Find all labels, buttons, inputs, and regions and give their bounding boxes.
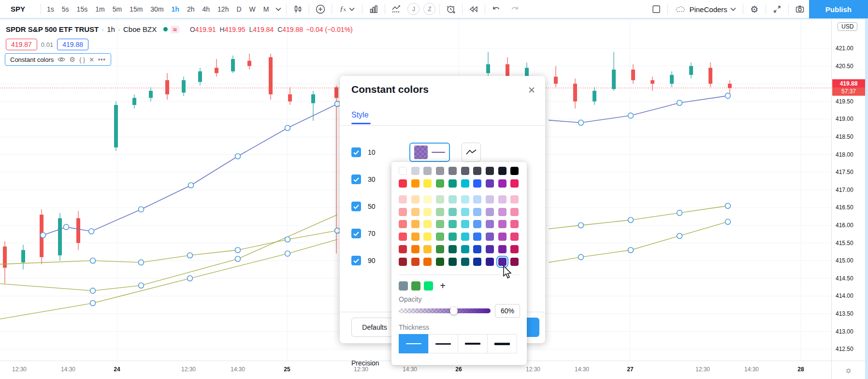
color-swatch-#2962ff[interactable] [473,179,481,188]
color-swatch-#089981[interactable] [448,179,457,188]
color-swatch-#e1bee7[interactable] [498,195,506,204]
color-swatch-#e91e63[interactable] [510,179,519,188]
color-swatch-#80deea[interactable] [461,208,469,216]
color-swatch-#5b9cf6[interactable] [473,220,481,228]
timeframe-5m[interactable]: 5m [109,0,126,18]
color-swatch-#fbc02d[interactable] [423,245,432,253]
add-custom-color-button[interactable]: + [437,280,448,291]
color-swatch-#fff9c4[interactable] [423,195,432,204]
color-swatch-#006064[interactable] [461,258,469,266]
tab-style[interactable]: Style [351,111,369,119]
timeframe-1m[interactable]: 1m [91,0,108,18]
timeframe-2h[interactable]: 2h [183,0,199,18]
color-swatch-#cc2f3c[interactable] [399,245,407,253]
replay-button[interactable] [464,0,483,18]
indicator-legend[interactable]: Constant colors ⚙ { } ✕ ••• [5,53,111,66]
alert-button[interactable] [442,0,460,18]
color-swatch-#fccbcd[interactable] [399,195,407,204]
color-swatch-#fff59d[interactable] [423,208,432,216]
thickness-option-3[interactable] [458,334,488,353]
color-swatch-#ce93d8[interactable] [498,208,506,216]
redo-button[interactable] [506,0,524,18]
color-swatch-#26c6da[interactable] [461,233,469,241]
market-open-icon[interactable] [163,27,168,31]
color-swatch-button[interactable] [409,143,450,162]
color-swatch-#d1c4e9[interactable] [486,195,494,204]
color-swatch-#42bda8[interactable] [448,220,457,228]
indicator-templates-button[interactable] [364,0,383,18]
timeframe-M[interactable]: M [260,0,273,18]
color-swatch-#d84315[interactable] [411,258,420,266]
color-swatch-#00bcd4[interactable] [461,179,469,188]
custom-color-#78909c[interactable] [399,281,408,291]
symbol-title[interactable]: SPDR S&P 500 ETF TRUST [6,25,99,33]
color-swatch-#81c784[interactable] [436,220,444,228]
avatar-z[interactable]: Z [423,3,435,15]
color-swatch-#ef6c00[interactable] [423,258,432,266]
symbol-button[interactable]: SPY [0,0,39,18]
color-swatch-#a5d6a7[interactable] [436,208,444,216]
color-swatch-#ace5dc[interactable] [448,195,457,204]
color-swatch-#ffe0b2[interactable] [411,195,420,204]
color-swatch-#ffcc80[interactable] [411,208,420,216]
color-swatch-#ffb74d[interactable] [411,220,420,228]
line-style-button[interactable] [462,143,481,162]
color-swatch-#22ab94[interactable] [448,233,457,241]
color-swatch-#f23645[interactable] [399,179,407,188]
checkbox-30[interactable] [351,175,361,184]
color-swatch-#434651[interactable] [473,167,481,175]
color-swatch-#9c27b0[interactable] [498,179,506,188]
timeframe-menu-button[interactable] [273,0,284,18]
price-axis[interactable]: USD 421.00420.50420.00419.50419.00418.50… [831,19,865,361]
checkbox-10[interactable] [351,147,361,157]
timeframe-1s[interactable]: 1s [43,0,58,18]
color-swatch-#880e4f[interactable] [510,258,519,266]
thickness-option-4[interactable] [487,334,517,353]
close-icon[interactable]: ✕ [526,83,537,98]
color-swatch-#1848cc[interactable] [473,245,481,253]
timeframe-1h[interactable]: 1h [168,0,183,18]
color-swatch-#b2b5be[interactable] [423,167,432,175]
color-swatch-#b2ebf2[interactable] [461,195,469,204]
checkbox-70[interactable] [351,229,361,238]
timeframe-D[interactable]: D [232,0,245,18]
thickness-option-1[interactable] [399,334,429,353]
sun-icon[interactable]: ☼ [845,365,853,375]
opacity-slider[interactable] [399,308,491,313]
color-swatch-#5d606b[interactable] [461,167,469,175]
color-swatch-#ffa726[interactable] [411,233,420,241]
timeframe-W[interactable]: W [246,0,260,18]
color-swatch-#388e3c[interactable] [436,245,444,253]
color-swatch-#ffee58[interactable] [423,233,432,241]
color-swatch-#787b86[interactable] [448,167,457,175]
axis-settings-corner[interactable]: ☼ [831,361,865,379]
exchange-label[interactable]: Cboe BZX [123,25,157,33]
publish-button[interactable]: Publish [809,0,868,18]
color-swatch-#f06292[interactable] [510,220,519,228]
color-swatch-#f7525f[interactable] [399,233,407,241]
defaults-button[interactable]: Defaults [351,318,398,337]
color-swatch-#4dd0e1[interactable] [461,220,469,228]
timeframe-12h[interactable]: 12h [214,0,232,18]
color-swatch-#fff176[interactable] [423,220,432,228]
undo-button[interactable] [487,0,506,18]
color-swatch-#7b1fa2[interactable] [498,245,506,253]
interval-label[interactable]: 1h [107,25,115,33]
color-swatch-#c8e6c9[interactable] [436,195,444,204]
timeframe-4h[interactable]: 4h [198,0,214,18]
color-swatch-#991f29[interactable] [399,258,407,266]
thickness-option-2[interactable] [428,334,458,353]
color-swatch-#ff9800[interactable] [411,179,420,188]
color-swatch-#bbd9fb[interactable] [473,195,481,204]
color-swatch-#f48fb1[interactable] [510,208,519,216]
color-swatch-#0097a7[interactable] [461,245,469,253]
timeframe-15s[interactable]: 15s [73,0,92,18]
color-swatch-#512da8[interactable] [486,245,494,253]
source-code-icon[interactable]: { } [79,56,85,63]
color-swatch-#ec407a[interactable] [510,233,519,241]
more-options-icon[interactable]: ••• [98,56,106,63]
fundamentals-button[interactable] [387,0,405,18]
color-swatch-#55209e[interactable] [498,258,506,266]
color-swatch-#131722[interactable] [498,167,506,175]
custom-color-#43a047[interactable] [411,281,420,291]
